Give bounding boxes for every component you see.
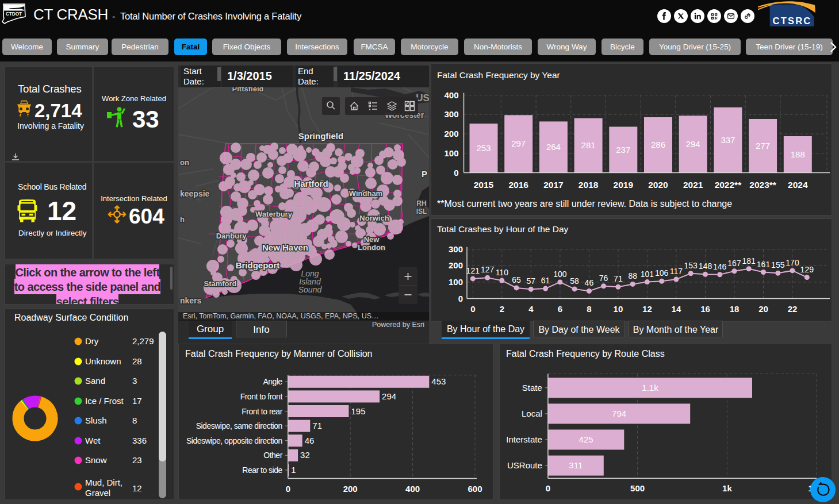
svg-text:294: 294 [686,139,700,149]
svg-text:USRoute: USRoute [507,460,542,470]
svg-text:2024: 2024 [788,180,808,190]
svg-text:8: 8 [132,415,137,425]
svg-text:297: 297 [511,138,526,148]
svg-text:58: 58 [570,276,579,286]
svg-text:Danbury: Danbury [216,232,247,240]
svg-text:Other: Other [263,451,282,460]
svg-text:181: 181 [742,256,756,266]
svg-text:311: 311 [569,460,583,470]
svg-text:Windham: Windham [349,189,382,198]
svg-text:121: 121 [466,266,480,275]
svg-text:46: 46 [585,278,594,287]
svg-text:188: 188 [791,149,805,159]
svg-text:146: 146 [713,262,727,271]
svg-text:100: 100 [449,277,463,287]
svg-text:Norwich: Norwich [359,214,389,222]
svg-text:2022**: 2022** [715,180,742,190]
svg-text:127: 127 [481,265,495,274]
svg-text:65: 65 [512,275,521,284]
svg-text:4: 4 [528,304,534,314]
svg-text:h: h [180,215,185,224]
svg-text:2016: 2016 [508,180,528,190]
svg-text:Local: Local [522,409,542,418]
svg-text:22: 22 [788,304,798,314]
svg-text:155: 155 [771,260,785,270]
svg-text:12: 12 [642,304,652,314]
svg-text:294: 294 [382,391,396,401]
svg-text:keepsie: keepsie [180,189,210,198]
svg-text:10: 10 [614,304,623,314]
svg-text:Waterbury: Waterbury [255,210,293,218]
svg-text:Gravel: Gravel [85,488,110,498]
svg-text:2019: 2019 [614,180,634,190]
svg-text:0: 0 [286,484,290,494]
svg-text:12: 12 [132,483,142,493]
svg-text:500: 500 [630,483,645,493]
svg-text:100: 100 [553,270,567,279]
svg-text:Angle: Angle [263,377,282,386]
svg-text:153: 153 [684,261,698,270]
svg-text:57: 57 [527,276,536,286]
svg-text:170: 170 [786,258,799,267]
svg-text:Dry: Dry [85,336,99,346]
svg-text:Snow: Snow [85,455,107,465]
svg-text:1.1k: 1.1k [642,383,658,393]
svg-text:286: 286 [651,140,665,149]
svg-text:600: 600 [468,484,482,494]
svg-text:Rear to side: Rear to side [242,465,282,475]
svg-text:Ice / Frost: Ice / Frost [85,396,124,406]
svg-text:28: 28 [132,356,142,366]
svg-text:32: 32 [300,450,310,460]
svg-text:Bridgeport: Bridgeport [236,260,280,270]
svg-text:2023**: 2023** [749,180,777,190]
svg-text:161: 161 [757,260,771,269]
svg-text:Mud, Dirt,: Mud, Dirt, [85,478,122,487]
svg-text:400: 400 [405,484,420,494]
svg-text:237: 237 [616,145,630,155]
svg-text:20: 20 [758,304,768,314]
svg-text:14: 14 [672,304,681,314]
svg-text:New Haven: New Haven [262,243,308,252]
svg-text:2021: 2021 [683,180,703,190]
svg-text:2015: 2015 [474,180,494,190]
svg-text:2: 2 [500,304,504,314]
svg-text:200: 200 [343,484,358,494]
svg-text:1: 1 [291,465,296,475]
svg-text:76: 76 [599,274,608,283]
svg-text:Unknown: Unknown [85,356,121,366]
svg-text:3: 3 [132,376,137,386]
svg-text:71: 71 [614,274,623,283]
svg-text:0: 0 [546,483,550,493]
svg-text:2,279: 2,279 [132,336,154,346]
svg-text:CTSRC: CTSRC [773,16,812,26]
svg-text:8: 8 [587,304,591,314]
svg-text:State: State [522,383,542,393]
svg-text:London: London [358,243,385,252]
svg-text:New: New [364,235,380,244]
svg-text:106: 106 [655,268,669,278]
svg-text:167: 167 [727,259,741,268]
svg-text:71: 71 [312,421,322,430]
svg-text:17: 17 [132,396,142,406]
svg-text:110: 110 [496,268,509,277]
svg-text:200: 200 [444,129,458,138]
svg-text:200: 200 [449,260,463,270]
svg-text:RH: RH [416,199,426,207]
svg-text:Slush: Slush [85,415,107,425]
svg-text:281: 281 [581,140,596,150]
svg-text:148: 148 [699,261,712,271]
svg-text:100: 100 [444,148,458,158]
svg-text:253: 253 [476,143,491,153]
svg-text:Stamford: Stamford [204,279,236,288]
svg-text:ISL: ISL [416,207,427,216]
svg-text:1k: 1k [722,483,732,493]
svg-text:2018: 2018 [579,180,599,190]
svg-text:Springfield: Springfield [298,131,343,141]
svg-text:Hartford: Hartford [294,179,328,188]
svg-text:300: 300 [449,244,463,254]
svg-text:Interstate: Interstate [506,434,542,444]
svg-text:425: 425 [579,434,593,444]
svg-text:337: 337 [721,135,735,145]
svg-text:129: 129 [800,265,814,274]
svg-text:336: 336 [132,436,147,445]
